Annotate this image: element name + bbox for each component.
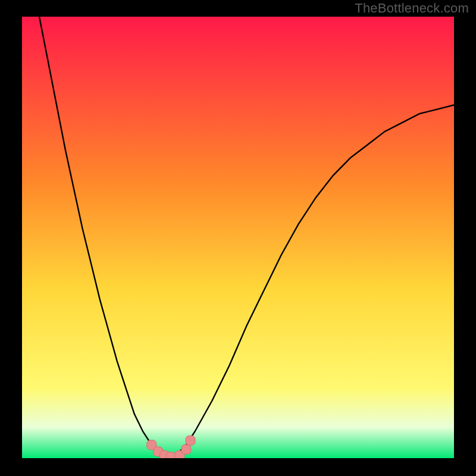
bottleneck-chart xyxy=(22,17,454,458)
watermark-text: TheBottleneck.com xyxy=(355,1,469,16)
highlight-marker xyxy=(181,444,191,454)
chart-svg xyxy=(22,17,454,458)
chart-frame: TheBottleneck.com xyxy=(0,0,476,476)
highlight-marker xyxy=(167,452,176,458)
gradient-background xyxy=(22,17,454,458)
highlight-marker xyxy=(186,436,195,445)
